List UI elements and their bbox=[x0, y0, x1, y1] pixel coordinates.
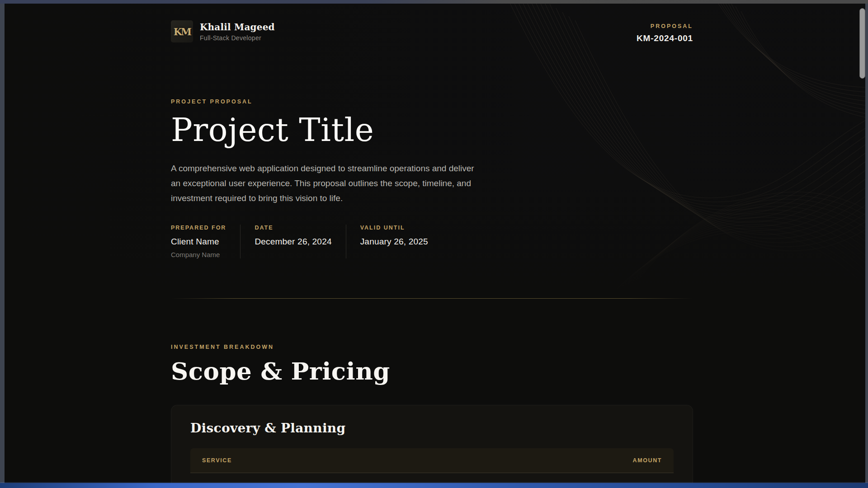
company-name: Company Name bbox=[171, 251, 226, 258]
brand-name: Khalil Mageed bbox=[200, 22, 275, 33]
proposal-date: December 26, 2024 bbox=[255, 237, 331, 247]
page-header: KM Khalil Mageed Full-Stack Developer PR… bbox=[171, 4, 693, 43]
pricing-table-header: SERVICE AMOUNT bbox=[190, 448, 674, 473]
meta-prepared-for: PREPARED FOR Client Name Company Name bbox=[171, 225, 226, 258]
page-title: Project Title bbox=[171, 113, 693, 148]
proposal-label: PROPOSAL bbox=[637, 23, 693, 29]
pricing-title: Scope & Pricing bbox=[171, 357, 693, 385]
meta-date: DATE December 26, 2024 bbox=[240, 225, 331, 258]
service-column-header: SERVICE bbox=[202, 457, 232, 464]
meta-valid-until: VALID UNTIL January 26, 2025 bbox=[346, 225, 428, 258]
meta-label: PREPARED FOR bbox=[171, 225, 226, 231]
pricing-card-title: Discovery & Planning bbox=[190, 421, 674, 436]
proposal-number: KM-2024-001 bbox=[637, 33, 693, 43]
meta-label: VALID UNTIL bbox=[360, 225, 428, 231]
proposal-number-block: PROPOSAL KM-2024-001 bbox=[637, 20, 693, 43]
window-frame-top bbox=[0, 0, 868, 4]
proposal-page: KM Khalil Mageed Full-Stack Developer PR… bbox=[5, 4, 865, 483]
amount-column-header: AMOUNT bbox=[633, 457, 662, 464]
pricing-card: Discovery & Planning SERVICE AMOUNT Requ… bbox=[171, 405, 693, 483]
hero-description: A comprehensive web application designed… bbox=[171, 161, 483, 206]
brand: KM Khalil Mageed Full-Stack Developer bbox=[171, 20, 275, 42]
brand-role: Full-Stack Developer bbox=[200, 34, 275, 42]
proposal-meta-row: PREPARED FOR Client Name Company Name DA… bbox=[171, 225, 693, 258]
meta-label: DATE bbox=[255, 225, 331, 231]
valid-until-date: January 26, 2025 bbox=[360, 237, 428, 247]
table-row: Requirements Analysis & Documentation bbox=[190, 473, 674, 483]
client-name: Client Name bbox=[171, 237, 226, 247]
pricing-eyebrow: INVESTMENT BREAKDOWN bbox=[171, 344, 693, 350]
hero-eyebrow: PROJECT PROPOSAL bbox=[171, 99, 693, 105]
km-logo-icon: KM bbox=[171, 20, 193, 42]
pricing-section: INVESTMENT BREAKDOWN Scope & Pricing Dis… bbox=[171, 299, 693, 483]
bottom-blue-strip bbox=[0, 483, 868, 488]
scrollbar-thumb[interactable] bbox=[859, 8, 865, 79]
hero-section: PROJECT PROPOSAL Project Title A compreh… bbox=[171, 43, 693, 258]
